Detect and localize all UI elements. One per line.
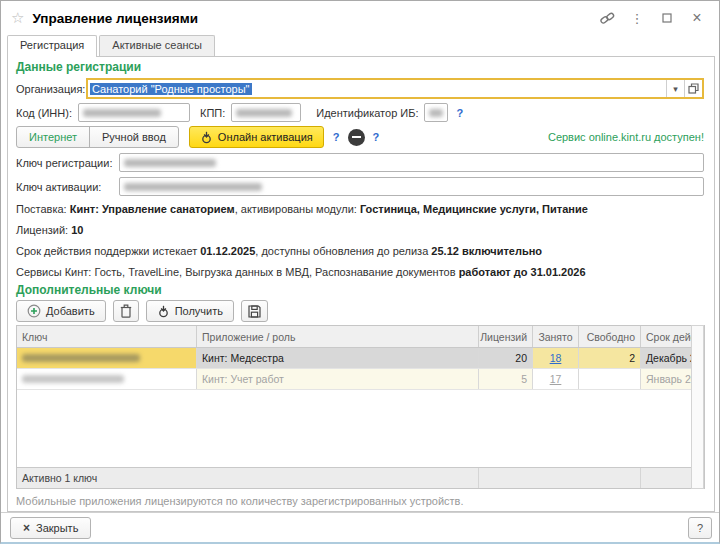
key-cell	[17, 369, 197, 389]
add-key-button[interactable]: Добавить	[16, 300, 106, 322]
add-key-label: Добавить	[46, 305, 95, 317]
help-button[interactable]: ?	[688, 517, 712, 539]
table-scrollbar[interactable]	[691, 325, 704, 489]
col-used[interactable]: Занято	[533, 326, 579, 347]
open-form-icon[interactable]	[684, 80, 702, 97]
col-app-role[interactable]: Приложение / роль	[197, 326, 479, 347]
organization-value-wrap: Санаторий "Родные просторы"	[88, 80, 666, 97]
kpp-input[interactable]	[231, 103, 301, 122]
mobile-apps-note: Мобильные приложения лицензируются по ко…	[16, 495, 704, 507]
licenses-cell: 5	[479, 369, 533, 389]
block-help-icon[interactable]: ?	[369, 131, 382, 143]
app-cell: Кинт: Учет работ	[197, 369, 479, 389]
tab-active-sessions[interactable]: Активные сеансы	[99, 35, 215, 56]
service-status: Сервис online.kint.ru доступен!	[382, 131, 704, 143]
registration-key-input[interactable]	[119, 153, 704, 172]
activation-help-icon[interactable]: ?	[330, 131, 343, 143]
used-link[interactable]: 17	[550, 373, 562, 385]
col-licenses[interactable]: Лицензий	[479, 326, 533, 347]
free-cell	[579, 369, 641, 389]
favorite-star-icon[interactable]: ☆	[11, 9, 24, 27]
activation-row: Интернет Ручной ввод Онлайн активация ? …	[16, 126, 704, 148]
activation-key-row: Ключ активации:	[16, 177, 704, 196]
used-link[interactable]: 18	[550, 352, 562, 364]
table-empty-area[interactable]	[17, 390, 704, 467]
extra-keys-table: Ключ Приложение / роль Лицензий Занято С…	[16, 325, 704, 489]
section-registration-data: Данные регистрации	[16, 60, 714, 75]
licenses-line: Лицензий: 10	[16, 224, 704, 238]
more-icon[interactable]: ⋮	[625, 8, 649, 28]
key-cell	[17, 348, 197, 368]
ib-id-input[interactable]	[424, 103, 448, 122]
table-row[interactable]: Кинт: Учет работ 5 17 Январь 2025	[17, 369, 704, 390]
close-button-label: Закрыть	[36, 522, 78, 534]
col-free[interactable]: Свободно	[579, 326, 641, 347]
redacted-value	[236, 109, 292, 117]
col-key[interactable]: Ключ	[17, 326, 197, 347]
free-cell: 2	[579, 348, 641, 368]
bottom-command-bar: × Закрыть ?	[1, 512, 720, 543]
kpp-label: КПП:	[200, 107, 225, 119]
licenses-cell: 20	[479, 348, 533, 368]
title-bar: ☆ Управление лицензиями ⋮ ×	[1, 1, 719, 35]
online-activation-button[interactable]: Онлайн активация	[189, 126, 324, 148]
close-icon[interactable]: ×	[685, 8, 709, 28]
redacted-value	[124, 183, 262, 191]
extra-keys-grid: Ключ Приложение / роль Лицензий Занято С…	[16, 325, 705, 489]
activation-key-label: Ключ активации:	[16, 181, 119, 193]
get-key-button[interactable]: Получить	[146, 300, 234, 322]
table-header: Ключ Приложение / роль Лицензий Занято С…	[17, 326, 704, 348]
online-activation-label: Онлайн активация	[218, 131, 313, 143]
redacted-value	[83, 109, 161, 117]
block-icon[interactable]	[348, 129, 365, 146]
supply-line: Поставка: Кинт: Управление санаторием, а…	[16, 203, 704, 217]
redacted-value	[124, 159, 216, 167]
mode-internet-button[interactable]: Интернет	[17, 127, 89, 147]
registration-key-row: Ключ регистрации:	[16, 153, 704, 172]
close-x-icon: ×	[23, 521, 30, 535]
used-cell: 17	[533, 369, 579, 389]
tab-strip: Регистрация Активные сеансы	[1, 35, 719, 56]
section-extra-keys: Дополнительные ключи	[16, 283, 714, 298]
mode-switch: Интернет Ручной ввод	[16, 126, 179, 148]
organization-value: Санаторий "Родные просторы"	[90, 83, 252, 95]
organization-input[interactable]: Санаторий "Родные просторы" ▾	[86, 78, 704, 99]
registration-tab-page: Данные регистрации Организация: Санатори…	[7, 56, 715, 512]
organization-label: Организация:	[16, 83, 86, 95]
registration-key-label: Ключ регистрации:	[16, 157, 119, 169]
delete-key-button[interactable]	[113, 300, 139, 322]
app-cell: Кинт: Медсестра	[197, 348, 479, 368]
chevron-down-icon[interactable]: ▾	[666, 80, 684, 97]
save-key-button[interactable]	[241, 300, 268, 322]
footer-spacer	[479, 468, 641, 488]
activation-key-input[interactable]	[119, 177, 704, 196]
license-management-window: ☆ Управление лицензиями ⋮ × Регистрация …	[0, 0, 720, 544]
extra-keys-toolbar: Добавить Получить	[16, 300, 714, 322]
used-cell: 18	[533, 348, 579, 368]
services-line: Сервисы Кинт: Гость, TravelLine, Выгрузк…	[16, 266, 704, 280]
inn-label: Код (ИНН):	[16, 107, 78, 119]
table-footer: Активно 1 ключ	[17, 467, 704, 488]
table-row[interactable]: Кинт: Медсестра 20 18 2 Декабрь 2025	[17, 348, 704, 369]
ib-help-icon[interactable]: ?	[454, 107, 467, 119]
organization-row: Организация: Санаторий "Родные просторы"…	[16, 78, 704, 99]
window-title: Управление лицензиями	[32, 11, 589, 26]
inn-input[interactable]	[78, 103, 190, 122]
tab-registration[interactable]: Регистрация	[7, 35, 97, 57]
mode-manual-button[interactable]: Ручной ввод	[89, 127, 178, 147]
footer-summary: Активно 1 ключ	[17, 468, 479, 488]
support-line: Срок действия поддержки истекает 01.12.2…	[16, 245, 704, 259]
close-button[interactable]: × Закрыть	[10, 517, 91, 539]
get-key-label: Получить	[175, 305, 223, 317]
maximize-icon[interactable]	[655, 8, 679, 28]
link-icon[interactable]	[595, 8, 619, 28]
codes-row: Код (ИНН): КПП: Идентификатор ИБ: ?	[16, 103, 704, 122]
ib-id-label: Идентификатор ИБ:	[316, 107, 418, 119]
redacted-value	[429, 109, 443, 117]
